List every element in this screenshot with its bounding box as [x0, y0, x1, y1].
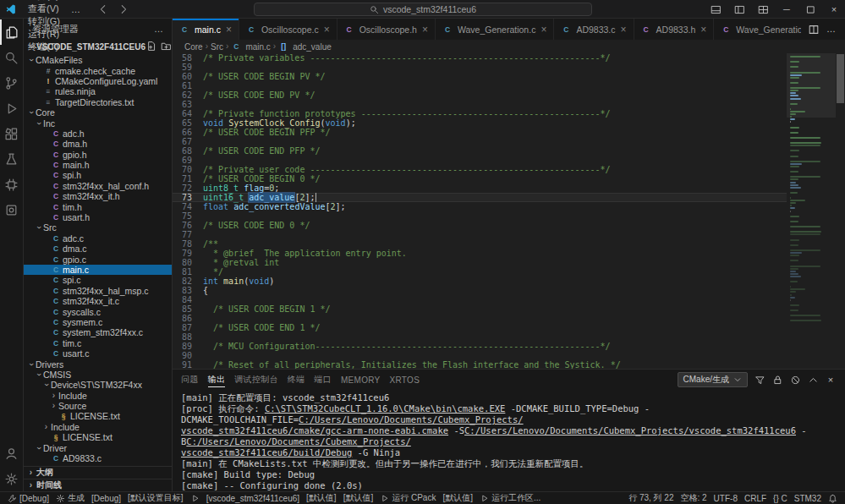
tree-file[interactable]: Cstm32f4xx_hal_conf.h	[24, 181, 172, 191]
new-file-icon[interactable]	[145, 41, 157, 52]
code-line[interactable]: 58/* Private variables -----------------…	[173, 53, 787, 63]
code-line[interactable]: 60/* USER CODE BEGIN PV */	[173, 72, 787, 81]
code-line[interactable]: 68/* USER CODE END PFP */	[173, 146, 787, 156]
line-number[interactable]: 84	[173, 295, 203, 304]
line-number[interactable]: 73	[173, 193, 203, 202]
tree-folder[interactable]: ›Include	[24, 422, 172, 432]
output-link[interactable]: C:\ST\STM32CubeCLT_1.16.0\CMake\bin\cmak…	[265, 403, 505, 414]
line-number[interactable]: 86	[173, 314, 203, 323]
line-number[interactable]: 85	[173, 304, 203, 314]
customize-layout-icon[interactable]	[752, 0, 774, 19]
code-line[interactable]: 91 /* Reset of all peripherals, Initiali…	[173, 360, 787, 369]
code-line[interactable]: 88	[173, 332, 787, 342]
line-number[interactable]: 70	[173, 165, 203, 174]
window-minimize-icon[interactable]: ─	[776, 0, 798, 19]
section-大纲[interactable]: ›大纲	[24, 466, 172, 479]
code-line[interactable]: 85 /* USER CODE BEGIN 1 */	[173, 304, 787, 314]
line-number[interactable]: 69	[173, 156, 203, 165]
code-line[interactable]: 80 * @retval int	[173, 258, 787, 267]
code-line[interactable]: 65void SystemClock_Config(void);	[173, 118, 787, 128]
code-line[interactable]: 66/* USER CODE BEGIN PFP */	[173, 128, 787, 137]
code-editor[interactable]: 58/* Private variables -----------------…	[173, 53, 787, 369]
code-line[interactable]: 59	[173, 63, 787, 72]
activity-extensions[interactable]	[0, 121, 23, 146]
tree-file[interactable]: ≡TargetDirectories.txt	[24, 97, 172, 107]
editor-tab[interactable]: CWave_Generation.c×	[436, 19, 554, 40]
line-number[interactable]: 58	[173, 53, 203, 63]
tab-close-icon[interactable]: ×	[700, 25, 706, 35]
tab-close-icon[interactable]: ×	[226, 25, 232, 35]
line-number[interactable]: 89	[173, 342, 203, 351]
panel-tab-调试控制台[interactable]: 调试控制台	[234, 370, 278, 390]
code-line[interactable]: 83{	[173, 286, 787, 295]
status-item[interactable]: [默认值]	[303, 492, 340, 504]
activity-testing[interactable]	[0, 146, 23, 172]
editor-tab[interactable]: Cmain.c×	[173, 19, 239, 40]
line-number[interactable]: 68	[173, 146, 203, 156]
code-line[interactable]: 74float adc_convertedValue[2];	[173, 202, 787, 211]
status-item[interactable]: 运行 CPack	[376, 492, 439, 504]
tree-folder[interactable]: ›Inc	[24, 118, 172, 128]
tree-file[interactable]: CAD9833.c	[24, 453, 172, 463]
editor-tab[interactable]: CAD9833.h×	[634, 19, 715, 40]
tree-file[interactable]: Csystem_stm32f4xx.c	[24, 327, 172, 337]
panel-tab-输出[interactable]: 输出	[208, 370, 226, 390]
editor-tab[interactable]: COscilloscope.c×	[239, 19, 337, 40]
tree-file[interactable]: Cusart.h	[24, 212, 172, 222]
close-icon[interactable]: ×	[825, 374, 837, 386]
window-maximize-icon[interactable]	[799, 0, 821, 19]
panel-tab-MEMORY[interactable]: MEMORY	[341, 370, 381, 390]
menu-item[interactable]: 查看(V)	[22, 3, 66, 15]
tree-file[interactable]: Cmain.h	[24, 160, 172, 170]
panel-tab-终端[interactable]: 终端	[288, 370, 305, 390]
line-number[interactable]: 76	[173, 221, 203, 230]
line-number[interactable]: 64	[173, 109, 203, 118]
line-number[interactable]: 80	[173, 258, 203, 267]
clear-icon[interactable]	[789, 374, 801, 386]
status-item[interactable]	[825, 492, 841, 504]
output-link[interactable]: C:/Users/Lenovo/Documents/Cubemx_Project…	[464, 425, 796, 436]
status-item[interactable]: [vscode_stm32f411ceu6]	[203, 492, 303, 504]
editor-tab[interactable]: CAD9833.c×	[554, 19, 634, 40]
code-line[interactable]: 69	[173, 156, 787, 165]
code-line[interactable]: 77	[173, 230, 787, 239]
nav-forward-icon[interactable]	[118, 3, 129, 15]
line-number[interactable]: 82	[173, 277, 203, 286]
line-number[interactable]: 91	[173, 360, 203, 369]
editor-tab[interactable]: COscilloscope.h×	[337, 19, 436, 40]
line-number[interactable]: 88	[173, 332, 203, 342]
tree-file[interactable]: Cstm32f4xx_hal_msp.c	[24, 286, 172, 296]
breadcrumb-item[interactable]: Core	[184, 42, 203, 52]
code-line[interactable]: 89 /* MCU Configuration-----------------…	[173, 342, 787, 351]
panel-tab-问题[interactable]: 问题	[181, 370, 199, 390]
code-line[interactable]: 61	[173, 81, 787, 90]
sidebar-more-icon[interactable]: …	[154, 24, 163, 34]
status-item[interactable]: 生成	[52, 492, 88, 504]
tree-file[interactable]: Cdma.c	[24, 244, 172, 254]
code-line[interactable]: 62/* USER CODE END PV */	[173, 90, 787, 100]
tree-folder[interactable]: ›CMSIS	[24, 370, 172, 380]
status-item[interactable]: 空格: 2	[677, 492, 710, 504]
line-number[interactable]: 74	[173, 202, 203, 211]
tree-file[interactable]: §LICENSE.txt	[24, 411, 172, 421]
code-line[interactable]: 67	[173, 137, 787, 146]
activity-stm32[interactable]	[0, 172, 23, 197]
activity-search[interactable]	[0, 45, 23, 70]
tree-folder[interactable]: ›Include	[24, 391, 172, 401]
line-number[interactable]: 67	[173, 137, 203, 146]
menu-item[interactable]: 运行(R)	[22, 28, 66, 41]
activity-source-control[interactable]	[0, 70, 23, 96]
status-item[interactable]: {} C	[770, 492, 791, 504]
line-number[interactable]: 65	[173, 118, 203, 128]
section-时间线[interactable]: ›时间线	[24, 479, 172, 491]
tree-file[interactable]: Cdma.h	[24, 139, 172, 149]
code-line[interactable]: 72uint8_t flag=0;	[173, 184, 787, 193]
status-item[interactable]: [默认值]	[439, 492, 476, 504]
command-center-search[interactable]: vscode_stm32f411ceu6	[254, 3, 592, 16]
new-folder-icon[interactable]	[161, 41, 173, 52]
chevron-up-icon[interactable]	[807, 374, 819, 386]
tree-folder[interactable]: ›Device\ST\STM32F4xx	[24, 380, 172, 390]
nav-back-icon[interactable]	[97, 3, 109, 15]
menu-item[interactable]: 转到(G)	[22, 15, 66, 28]
status-item[interactable]: 运行工作区...	[476, 492, 544, 504]
